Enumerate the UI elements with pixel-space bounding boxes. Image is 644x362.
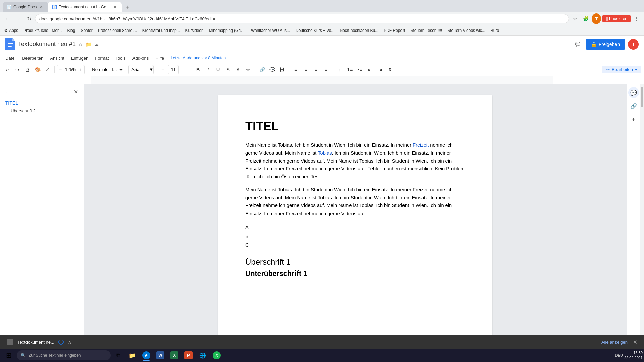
bookmark-deutsche-kurs[interactable]: Deutsche Kurs + Vo... bbox=[296, 28, 334, 33]
new-tab-button[interactable]: + bbox=[123, 3, 132, 12]
bookmark-apps[interactable]: ⚙ Apps bbox=[4, 28, 18, 33]
menu-tools[interactable]: Tools bbox=[113, 54, 128, 62]
indent-decrease-button[interactable]: ⇤ bbox=[365, 65, 375, 74]
tab-textdokument[interactable]: 📄 Textdokument neu #1 - Google ... ✕ bbox=[48, 2, 122, 12]
spelling-button[interactable]: ✓ bbox=[43, 65, 52, 74]
bookmark-professionell[interactable]: Professionell Schrei... bbox=[98, 28, 137, 33]
zoom-control[interactable]: − 125% + bbox=[57, 65, 85, 74]
back-button[interactable]: ← bbox=[3, 14, 12, 23]
clear-format-button[interactable]: ✗ bbox=[385, 65, 395, 74]
zoom-in-button[interactable]: + bbox=[77, 65, 84, 74]
menu-bearbeiten[interactable]: Bearbeiten bbox=[19, 54, 46, 62]
bookmark-mindmapping[interactable]: Mindmapping (Gru... bbox=[209, 28, 246, 33]
notification-close[interactable]: ✕ bbox=[633, 339, 637, 345]
show-all-button[interactable]: Alle anzeigen bbox=[601, 340, 628, 345]
comments-panel-button[interactable]: 💬 bbox=[628, 87, 639, 98]
indent-increase-button[interactable]: ⇥ bbox=[375, 65, 385, 74]
user-avatar[interactable]: T bbox=[628, 39, 639, 50]
last-change[interactable]: Letzte Änderung vor 8 Minuten bbox=[171, 56, 226, 60]
forward-button[interactable]: → bbox=[13, 14, 23, 23]
comment-button[interactable]: 💬 bbox=[572, 39, 583, 50]
bold-button[interactable]: B bbox=[193, 65, 203, 74]
tab-close-1[interactable]: ✕ bbox=[39, 4, 44, 10]
outline-item-uberschrift2[interactable]: Überschrift 2 bbox=[0, 107, 84, 115]
outline-title[interactable]: TITEL bbox=[0, 99, 84, 107]
taskbar-excel[interactable]: X bbox=[168, 349, 181, 361]
folder-icon[interactable]: 📁 bbox=[86, 42, 91, 47]
cloud-icon[interactable]: ☁ bbox=[94, 42, 99, 47]
align-right-button[interactable]: ≡ bbox=[311, 65, 321, 74]
reload-button[interactable]: ↻ bbox=[24, 14, 34, 23]
address-bar[interactable]: docs.google.com/document/d/1hUH8k6h7Lb8y… bbox=[35, 14, 569, 23]
menu-einfuegen[interactable]: Einfügen bbox=[68, 54, 91, 62]
taskbar-chrome[interactable]: 🌐 bbox=[196, 349, 209, 361]
bookmark-steuern-lesen[interactable]: Steuern Lesen !!!! bbox=[410, 28, 442, 33]
style-select[interactable]: Normaler T... bbox=[89, 65, 124, 74]
bookmark-kreativitaet[interactable]: Kreativität und Insp... bbox=[142, 28, 180, 33]
bookmark-produktsuche[interactable]: Produktsuche - Mer... bbox=[23, 28, 62, 33]
extensions-button[interactable]: 🧩 bbox=[581, 14, 590, 23]
redo-button[interactable]: ↪ bbox=[13, 65, 22, 74]
menu-hilfe[interactable]: Hilfe bbox=[153, 54, 167, 62]
undo-button[interactable]: ↩ bbox=[3, 65, 12, 74]
tab-google-docs[interactable]: Google Docs ✕ bbox=[3, 2, 48, 12]
numbered-list-button[interactable]: 1≡ bbox=[345, 65, 355, 74]
bulleted-list-button[interactable]: •≡ bbox=[355, 65, 365, 74]
share-button[interactable]: 🔒 Freigeben bbox=[586, 39, 625, 50]
menu-addons[interactable]: Add-ons bbox=[130, 54, 151, 62]
menu-button[interactable]: ⋮ bbox=[632, 14, 641, 23]
paint-format-button[interactable]: 🎨 bbox=[33, 65, 42, 74]
decrease-font-button[interactable]: − bbox=[158, 65, 167, 74]
taskbar-search[interactable]: 🔍 Zur Suche Text hier eingeben bbox=[17, 350, 111, 360]
increase-font-button[interactable]: + bbox=[179, 65, 189, 74]
line-spacing-button[interactable]: ↕ bbox=[335, 65, 344, 74]
align-center-button[interactable]: ≡ bbox=[301, 65, 311, 74]
outline-close-button[interactable]: ✕ bbox=[74, 88, 78, 95]
menu-ansicht[interactable]: Ansicht bbox=[47, 54, 67, 62]
outline-back-button[interactable]: ← bbox=[5, 89, 11, 95]
scroll-thumb[interactable] bbox=[641, 87, 643, 107]
start-button[interactable]: ⊞ bbox=[1, 349, 16, 361]
strikethrough-button[interactable]: S bbox=[223, 65, 233, 74]
bookmark-pdf[interactable]: PDF Report bbox=[384, 28, 405, 33]
notification-expand[interactable]: ∧ bbox=[68, 339, 72, 345]
bookmark-wahlfaecher[interactable]: Wahlfächer WU Aus... bbox=[251, 28, 290, 33]
taskbar-word[interactable]: W bbox=[154, 349, 167, 361]
docs-document-title[interactable]: Textdokument neu #1 bbox=[18, 41, 76, 48]
links-panel-button[interactable]: 🔗 bbox=[628, 101, 639, 111]
taskbar-edge[interactable]: e bbox=[140, 349, 153, 361]
zoom-out-button[interactable]: − bbox=[57, 65, 64, 74]
bookmark-buero[interactable]: Büro bbox=[491, 28, 499, 33]
star-icon[interactable]: ☆ bbox=[78, 42, 83, 47]
taskbar-powerpoint[interactable]: P bbox=[182, 349, 195, 361]
bookmark-spaeter[interactable]: Später bbox=[80, 28, 92, 33]
menu-format[interactable]: Format bbox=[92, 54, 111, 62]
edit-mode-button[interactable]: ✏ Bearbeiten ▾ bbox=[602, 66, 641, 73]
text-color-button[interactable]: A bbox=[233, 65, 243, 74]
freizeit-link[interactable]: Freizeit bbox=[413, 142, 430, 148]
profile-button[interactable]: T bbox=[592, 14, 601, 23]
taskbar-task-view[interactable]: ⧉ bbox=[111, 349, 125, 361]
taskbar-file-explorer[interactable]: 📁 bbox=[125, 349, 139, 361]
bookmark-kursideen[interactable]: Kursideen bbox=[185, 28, 204, 33]
highlight-button[interactable]: ✏ bbox=[244, 65, 253, 74]
comment-toolbar-button[interactable]: 💬 bbox=[267, 65, 277, 74]
tobias-link[interactable]: Tobias bbox=[318, 150, 332, 156]
bookmark-hochladen[interactable]: Noch hochladen Bu... bbox=[340, 28, 378, 33]
scroll-bar[interactable] bbox=[640, 84, 644, 362]
italic-button[interactable]: I bbox=[203, 65, 213, 74]
tab-close-2[interactable]: ✕ bbox=[112, 4, 118, 10]
align-left-button[interactable]: ≡ bbox=[291, 65, 301, 74]
bookmark-blog[interactable]: Blog bbox=[67, 28, 75, 33]
menu-datei[interactable]: Datei bbox=[3, 54, 18, 62]
bookmark-steuern-videos[interactable]: Steuern Videos wic... bbox=[447, 28, 485, 33]
print-button[interactable]: 🖨 bbox=[23, 65, 32, 74]
font-size-control[interactable]: 11 bbox=[168, 65, 179, 74]
underline-button[interactable]: U bbox=[213, 65, 223, 74]
plus-panel-button[interactable]: + bbox=[628, 114, 639, 125]
taskbar-spotify[interactable]: ♫ bbox=[210, 349, 223, 361]
link-button[interactable]: 🔗 bbox=[257, 65, 267, 74]
image-button[interactable]: 🖼 bbox=[277, 65, 287, 74]
document-area[interactable]: TITEL Mein Name ist Tobias. Ich bin Stud… bbox=[84, 84, 627, 362]
font-control[interactable]: Arial ▼ bbox=[128, 65, 154, 74]
